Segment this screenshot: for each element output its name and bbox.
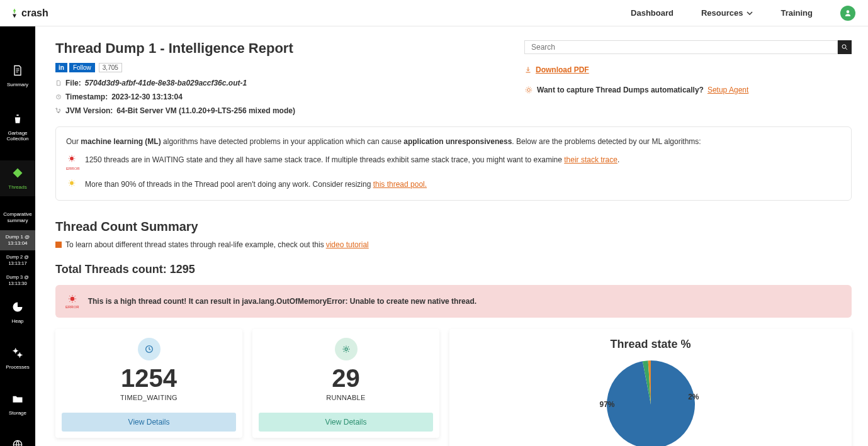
- search-wrap: [524, 40, 852, 54]
- globe-icon: [11, 438, 24, 446]
- sidebar-item-label: Garbage Collection: [0, 130, 35, 142]
- finding-1: ERROR 1250 threads are in WAITING state …: [66, 154, 841, 172]
- ml-intro-text3: . Below are the problems detected by our…: [512, 137, 701, 146]
- tutorial-link[interactable]: video tutorial: [326, 240, 369, 249]
- file-icon: [55, 80, 62, 86]
- alert-error-icon: ERROR: [65, 294, 79, 309]
- sidebar-item-heap[interactable]: Heap: [0, 294, 35, 330]
- header-left: Thread Dump 1 - Intelligence Report in F…: [55, 40, 295, 115]
- timestamp-value: 2023-12-30 13:13:04: [111, 92, 183, 101]
- file-line: File: 5704d3d9-afbf-41de-8e38-ba029accf3…: [55, 79, 295, 87]
- header-right: Download PDF Want to capture Thread Dump…: [524, 40, 852, 94]
- logo-icon: [9, 8, 20, 19]
- setup-agent-link[interactable]: Setup Agent: [707, 86, 748, 94]
- svg-point-5: [527, 89, 531, 92]
- follow-button-label: Follow: [69, 63, 95, 72]
- stat-number: 1254: [62, 364, 236, 393]
- ml-intro-text: Our: [66, 137, 81, 146]
- trash-icon: [11, 113, 24, 125]
- capture-row: Want to capture Thread Dumps automatical…: [524, 86, 852, 94]
- nav-training[interactable]: Training: [781, 8, 813, 18]
- avatar[interactable]: [840, 6, 855, 21]
- folder-icon: [11, 393, 24, 405]
- warning-icon: [66, 179, 77, 191]
- svg-point-6: [526, 87, 531, 92]
- linkedin-follow[interactable]: in Follow 3,705: [55, 63, 295, 72]
- finding-link[interactable]: this thread pool.: [373, 180, 427, 189]
- brand-logo[interactable]: crash: [9, 8, 48, 19]
- finding-2-text: More than 90% of threads in the Thread p…: [85, 179, 427, 191]
- svg-point-1: [18, 354, 21, 357]
- error-icon: ERROR: [66, 154, 77, 172]
- finding-link[interactable]: their stack trace: [564, 155, 617, 164]
- pct-small-label: 2%: [688, 393, 699, 401]
- finding-1-text: 1250 threads are in WAITING state and th…: [85, 154, 619, 166]
- linkedin-icon: in: [55, 63, 67, 72]
- svg-point-9: [70, 297, 74, 301]
- sidebar-item-network[interactable]: Network: [0, 432, 35, 446]
- timestamp-label: Timestamp:: [65, 92, 108, 101]
- target-icon: [524, 86, 533, 94]
- nav-dashboard[interactable]: Dashboard: [631, 8, 674, 18]
- sidebar-item-label: Threads: [0, 184, 35, 190]
- branch-icon: [55, 108, 62, 114]
- section-title: Thread Count Summary: [55, 220, 852, 234]
- jvm-line: JVM Version: 64-Bit Server VM (11.0.20+9…: [55, 106, 295, 115]
- follow-count: 3,705: [99, 63, 122, 72]
- thread-state-chart: Thread state % 97% 2% TIMED_WAITING RUNN…: [449, 329, 852, 446]
- stat-label: TIMED_WAITING: [62, 394, 236, 401]
- file-label: File:: [65, 79, 81, 87]
- sidebar-item-label: Dump 2 @ 13:13:17: [6, 254, 29, 266]
- finding-2: More than 90% of threads in the Thread p…: [66, 179, 841, 191]
- sidebar-item-comparative[interactable]: Comparative summary: [0, 203, 35, 230]
- sidebar-item-storage[interactable]: Storage: [0, 386, 35, 422]
- ml-intro-bold2: application unresponsiveness: [403, 137, 512, 146]
- svg-point-8: [70, 181, 74, 185]
- search-button[interactable]: [838, 40, 852, 54]
- finding-text: 1250 threads are in WAITING state and th…: [85, 155, 564, 164]
- brand-text: crash: [21, 8, 48, 19]
- sidebar-item-label: Dump 3 @ 13:13:30: [6, 274, 29, 286]
- svg-point-7: [70, 157, 74, 160]
- nav-resources-label: Resources: [701, 8, 743, 18]
- download-icon: [524, 66, 532, 74]
- page-title: Thread Dump 1 - Intelligence Report: [55, 40, 295, 57]
- sidebar: Summary Garbage Collection Threads Compa…: [0, 26, 35, 446]
- sidebar-item-dump3[interactable]: Dump 3 @ 13:13:30: [0, 270, 35, 291]
- top-bar: crash Dashboard Resources Training: [0, 0, 868, 26]
- clock-circle-icon: [138, 338, 161, 360]
- sidebar-item-dump1[interactable]: Dump 1 @ 13:13:04: [0, 230, 35, 250]
- view-details-button[interactable]: View Details: [62, 413, 236, 432]
- stat-label: RUNNABLE: [259, 394, 433, 401]
- search-icon: [841, 43, 848, 51]
- view-details-button[interactable]: View Details: [259, 413, 433, 432]
- total-label: Total Threads count:: [55, 263, 170, 276]
- card-timed-waiting: 1254 TIMED_WAITING View Details: [55, 329, 242, 438]
- ml-findings-box: Our machine learning (ML) algorithms hav…: [55, 126, 852, 201]
- sidebar-item-processes[interactable]: Processes: [0, 340, 35, 376]
- gear-circle-icon: [335, 338, 358, 360]
- finding-text: More than 90% of threads in the Thread p…: [85, 180, 373, 189]
- chevron-down-icon: [747, 10, 753, 16]
- sidebar-item-garbage[interactable]: Garbage Collection: [0, 106, 35, 148]
- stat-cards: 1254 TIMED_WAITING View Details 29 RUNNA…: [55, 329, 439, 446]
- download-pdf-link[interactable]: Download PDF: [524, 65, 852, 74]
- sidebar-item-dump2[interactable]: Dump 2 @ 13:13:17: [0, 250, 35, 270]
- sidebar-item-label: Summary: [0, 82, 35, 87]
- sidebar-item-label: Dump 1 @ 13:13:04: [6, 234, 30, 246]
- search-input[interactable]: [524, 40, 838, 54]
- sidebar-item-label: Processes: [0, 364, 35, 370]
- clock-icon: [55, 94, 62, 100]
- nav-resources[interactable]: Resources: [701, 8, 753, 18]
- sidebar-item-label: Heap: [0, 318, 35, 324]
- sidebar-item-threads[interactable]: Threads: [0, 160, 35, 196]
- video-icon: [55, 242, 62, 248]
- top-nav: Dashboard Resources Training: [631, 6, 855, 21]
- document-icon: [11, 64, 24, 77]
- sidebar-item-summary[interactable]: Summary: [0, 58, 35, 94]
- svg-point-2: [13, 440, 21, 446]
- chart-title: Thread state %: [456, 338, 845, 351]
- capture-question: Want to capture Thread Dumps automatical…: [537, 86, 704, 94]
- total-threads: Total Threads count: 1295: [55, 263, 852, 276]
- tutorial-row: To learn about different thread states t…: [55, 240, 852, 249]
